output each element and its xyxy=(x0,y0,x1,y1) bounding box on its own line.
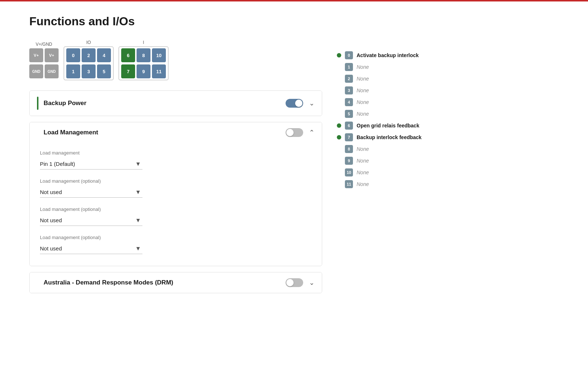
io-label: IO xyxy=(86,40,91,45)
i-row-bottom: 7 9 11 xyxy=(121,64,166,78)
pin-11: 11 xyxy=(152,64,166,78)
load-management-field-1: Load management Pin 1 (Default) Pin 2 Pi… xyxy=(40,150,312,170)
pin-list-item: 7Backup interlock feedback xyxy=(337,133,454,141)
pin-list-item: 11None xyxy=(337,180,454,188)
pin-badge: 3 xyxy=(345,86,353,94)
australia-drm-title: Australia - Demand Response Modes (DRM) xyxy=(44,279,173,286)
load-management-controls: ⌃ xyxy=(286,128,315,137)
pin-label: Activate backup interlock xyxy=(357,52,419,58)
i-cols: 6 8 10 7 9 11 xyxy=(121,48,166,78)
pin-list-item: 2None xyxy=(337,75,454,83)
pin-label: None xyxy=(357,170,369,175)
pin-badge: 11 xyxy=(345,180,353,188)
load-management-field-3: Load management (optional) Not used Pin … xyxy=(40,206,312,226)
pin-1: 1 xyxy=(66,64,80,78)
load-management-header[interactable]: Load Management ⌃ xyxy=(30,122,322,143)
pin-label: None xyxy=(357,181,369,187)
pin-list-item: 9None xyxy=(337,157,454,165)
i-row-top: 6 8 10 xyxy=(121,48,166,62)
pin-label: None xyxy=(357,158,369,164)
pin-label: None xyxy=(357,64,369,70)
pin-4: 4 xyxy=(97,48,111,62)
pin-2: 2 xyxy=(82,48,96,62)
pin-label: None xyxy=(357,111,369,117)
backup-power-bar xyxy=(37,97,38,110)
pin-list-item: 0Activate backup interlock xyxy=(337,51,454,59)
backup-power-toggle[interactable] xyxy=(286,99,303,108)
lm3-select[interactable]: Not used Pin 1 Pin 2 Pin 3 xyxy=(40,215,142,226)
australia-drm-toggle[interactable] xyxy=(286,278,303,287)
pin-label: Backup interlock feedback xyxy=(357,134,421,140)
backup-power-header[interactable]: Backup Power ⌄ xyxy=(30,91,322,116)
lm4-label: Load management (optional) xyxy=(40,235,312,240)
io-cols: 0 2 4 1 3 5 xyxy=(66,48,111,78)
pin-6: 6 xyxy=(121,48,135,62)
load-management-title: Load Management xyxy=(44,129,98,136)
load-management-chevron[interactable]: ⌃ xyxy=(309,129,315,137)
pin-vplus1: V+ xyxy=(29,48,43,62)
pin-label: Open grid relais feedback xyxy=(357,123,419,129)
right-panel: 0Activate backup interlock1None2None3Non… xyxy=(337,15,454,299)
pin-label: None xyxy=(357,146,369,152)
backup-power-controls: ⌄ xyxy=(286,99,315,108)
io-row-bottom: 1 3 5 xyxy=(66,64,111,78)
load-management-toggle-thumb xyxy=(286,129,294,136)
pin-label: None xyxy=(357,76,369,82)
pin-label: None xyxy=(357,88,369,93)
pin-badge: 7 xyxy=(345,133,353,141)
pin-badge: 4 xyxy=(345,98,353,106)
pin-row-top-vg: V+ V+ xyxy=(29,48,59,62)
pin-badge: 1 xyxy=(345,63,353,71)
pin-5: 5 xyxy=(97,64,111,78)
i-border: 6 8 10 7 9 11 xyxy=(119,46,168,80)
status-dot xyxy=(337,123,341,128)
io-section: IO 0 2 4 1 3 5 xyxy=(64,40,113,80)
pin-badge: 6 xyxy=(345,122,353,130)
pin-diagram: V+/GND V+ V+ GND GND IO xyxy=(29,40,322,80)
pin-gnd2: GND xyxy=(45,64,59,78)
australia-drm-toggle-track xyxy=(286,278,303,287)
vplus-gnd-section: V+/GND V+ V+ GND GND xyxy=(29,42,59,78)
lm2-select-wrapper: Not used Pin 1 Pin 2 Pin 3 ▼ xyxy=(40,187,142,198)
i-label: I xyxy=(143,40,144,45)
pin-list: 0Activate backup interlock1None2None3Non… xyxy=(337,51,454,188)
australia-drm-header[interactable]: Australia - Demand Response Modes (DRM) … xyxy=(30,272,322,293)
page-title: Functions and I/Os xyxy=(29,15,322,28)
pin-9: 9 xyxy=(137,64,150,78)
pin-list-item: 6Open grid relais feedback xyxy=(337,122,454,130)
australia-drm-chevron[interactable]: ⌄ xyxy=(309,279,315,287)
pin-list-item: 4None xyxy=(337,98,454,106)
io-row-top: 0 2 4 xyxy=(66,48,111,62)
pin-vplus2: V+ xyxy=(45,48,59,62)
pin-gnd1: GND xyxy=(29,64,43,78)
pin-badge: 8 xyxy=(345,145,353,153)
australia-drm-card: Australia - Demand Response Modes (DRM) … xyxy=(29,272,322,293)
lm3-select-wrapper: Not used Pin 1 Pin 2 Pin 3 ▼ xyxy=(40,215,142,226)
load-management-toggle-track xyxy=(286,128,303,137)
pin-badge: 2 xyxy=(345,75,353,83)
lm2-select[interactable]: Not used Pin 1 Pin 2 Pin 3 xyxy=(40,187,142,198)
lm3-label: Load management (optional) xyxy=(40,206,312,212)
pin-row-bottom-vg: GND GND xyxy=(29,64,59,78)
lm2-label: Load management (optional) xyxy=(40,178,312,184)
backup-power-toggle-thumb xyxy=(295,100,302,107)
load-management-toggle[interactable] xyxy=(286,128,303,137)
backup-power-title: Backup Power xyxy=(44,100,86,107)
lm1-select[interactable]: Pin 1 (Default) Pin 2 Pin 3 Not used xyxy=(40,159,142,170)
pin-list-item: 10None xyxy=(337,168,454,176)
backup-power-card: Backup Power ⌄ xyxy=(29,90,322,116)
pin-10: 10 xyxy=(152,48,166,62)
backup-power-chevron[interactable]: ⌄ xyxy=(309,99,315,107)
lm4-select[interactable]: Not used Pin 1 Pin 2 Pin 3 xyxy=(40,243,142,254)
pin-list-item: 5None xyxy=(337,110,454,118)
status-dot xyxy=(337,53,341,57)
pin-list-item: 8None xyxy=(337,145,454,153)
vplus-gnd-label: V+/GND xyxy=(36,42,52,47)
load-management-body: Load management Pin 1 (Default) Pin 2 Pi… xyxy=(30,143,322,266)
lm4-select-wrapper: Not used Pin 1 Pin 2 Pin 3 ▼ xyxy=(40,243,142,254)
pin-3: 3 xyxy=(82,64,96,78)
load-management-field-2: Load management (optional) Not used Pin … xyxy=(40,178,312,198)
load-management-field-4: Load management (optional) Not used Pin … xyxy=(40,235,312,254)
pin-badge: 5 xyxy=(345,110,353,118)
pin-badge: 0 xyxy=(345,51,353,59)
